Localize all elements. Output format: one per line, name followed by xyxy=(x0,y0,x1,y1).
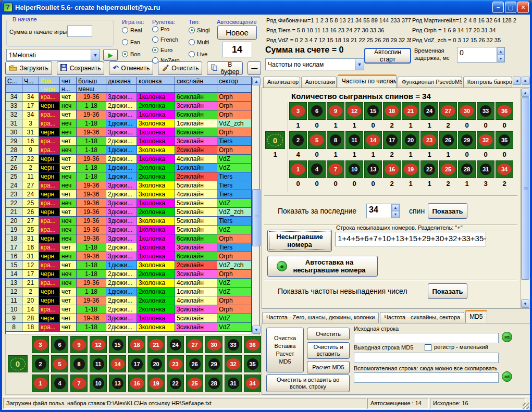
roulette-cell-26[interactable]: 26 xyxy=(439,131,457,149)
roulette-cell-1[interactable]: 1 xyxy=(289,160,307,178)
table-header-cell[interactable]: Ч... xyxy=(22,77,39,85)
table-cell[interactable]: черн xyxy=(39,296,60,305)
roulette-cell-10[interactable]: 10 xyxy=(90,374,107,392)
table-cell[interactable]: 1-18 xyxy=(77,119,106,128)
source-string-input[interactable] xyxy=(354,333,499,343)
tab-автоставки[interactable]: Автоставки xyxy=(301,77,337,88)
table-cell[interactable]: 32 xyxy=(6,110,22,119)
table-cell[interactable]: 3 xyxy=(22,119,39,128)
table-cell[interactable]: 21 xyxy=(6,208,22,217)
table-cell[interactable]: кра... xyxy=(39,181,60,190)
table-cell[interactable]: 3дюжи... xyxy=(106,128,137,137)
table-header-cell[interactable] xyxy=(175,85,217,93)
table-cell[interactable]: 2колонка xyxy=(137,270,175,279)
table-cell[interactable]: 4сиклайн xyxy=(175,190,217,199)
table-cell[interactable]: 1-18 xyxy=(77,146,106,155)
md5-copy-icon[interactable]: M5 xyxy=(502,371,512,382)
roulette-cell-35[interactable]: 35 xyxy=(496,131,513,149)
tab-scroll-right-icon[interactable]: ► xyxy=(522,77,530,85)
table-cell[interactable]: 1-18 xyxy=(77,243,106,252)
roulette-cell-36[interactable]: 36 xyxy=(244,336,261,353)
md5-run-icon[interactable]: M5 xyxy=(502,332,512,342)
toolbar-button-folder-open[interactable]: Загрузить xyxy=(5,61,52,75)
table-cell[interactable]: 22 xyxy=(6,199,22,208)
preset-combobox[interactable]: 1Melonati ▼ xyxy=(6,49,100,61)
table-scroll-thumb[interactable] xyxy=(252,189,261,246)
roulette-cell-24[interactable]: 24 xyxy=(167,336,184,353)
spin-down-icon[interactable]: ▼ xyxy=(392,211,399,218)
table-cell[interactable]: Orph xyxy=(217,102,252,110)
table-cell[interactable]: 17 xyxy=(22,270,39,279)
roulette-cell-2[interactable]: 2 xyxy=(32,355,49,372)
table-cell[interactable]: 2колонка xyxy=(137,208,175,217)
table-header-cell[interactable] xyxy=(106,85,137,93)
roulette-cell-20[interactable]: 20 xyxy=(147,355,165,372)
table-cell[interactable]: 18 xyxy=(6,234,22,243)
roulette-cell-32[interactable]: 32 xyxy=(477,131,494,149)
table-cell[interactable]: Orph xyxy=(217,296,252,305)
table-cell[interactable]: чет xyxy=(60,296,77,305)
table-cell[interactable]: 13 xyxy=(6,279,22,288)
table-cell[interactable]: Tiers xyxy=(217,217,252,226)
table-cell[interactable]: 1колонка xyxy=(137,234,175,243)
table-cell[interactable]: черн xyxy=(39,164,60,172)
table-cell[interactable]: 25 xyxy=(6,172,22,181)
table-cell[interactable]: 1-18 xyxy=(77,305,106,314)
table-cell[interactable]: 3дюжи... xyxy=(106,181,137,190)
table-header-cell[interactable] xyxy=(22,85,39,93)
tab-частоты-по-числам[interactable]: Частоты по числам xyxy=(338,74,397,88)
radio-option-french[interactable]: French xyxy=(152,36,178,43)
table-cell[interactable]: 3дюжи... xyxy=(106,217,137,226)
scroll-down-icon[interactable]: ▼ xyxy=(521,299,529,308)
clear-paste-calc-button[interactable]: Очистка Вставка Расчет MD5 xyxy=(266,328,304,372)
table-cell[interactable]: 19-36 xyxy=(77,128,106,137)
table-cell[interactable]: кра... xyxy=(39,243,60,252)
table-cell[interactable]: черн xyxy=(39,252,60,261)
new-button[interactable]: Новое xyxy=(217,26,257,40)
lowercase-checkbox[interactable] xyxy=(425,344,431,351)
table-cell[interactable]: 3дюжи... xyxy=(106,226,137,234)
roulette-cell-11[interactable]: 11 xyxy=(345,131,363,149)
toolbar-button-brush[interactable]: Очистить xyxy=(158,61,202,75)
table-cell[interactable]: 18 xyxy=(22,323,39,332)
tab-контроль-банкро[interactable]: Контроль банкро xyxy=(463,77,512,88)
table-cell[interactable]: VdZ xyxy=(217,279,252,288)
spin-up-icon[interactable]: ▲ xyxy=(392,204,399,211)
roulette-cell-35[interactable]: 35 xyxy=(244,355,261,372)
table-cell[interactable]: VdZ xyxy=(217,164,252,172)
table-cell[interactable]: 19-36 xyxy=(77,181,106,190)
table-cell[interactable]: чет xyxy=(60,137,77,146)
table-cell[interactable]: Orph xyxy=(217,252,252,261)
roulette-cell-4[interactable]: 4 xyxy=(308,160,326,178)
tab-функционал-psevdoms[interactable]: Функционал PsevdoMS xyxy=(398,77,462,88)
table-cell[interactable]: 3сиклайн xyxy=(175,270,217,279)
clear-button[interactable]: Очистить xyxy=(307,328,350,340)
tab-md5[interactable]: MD5 xyxy=(465,310,487,323)
table-cell[interactable]: 27 xyxy=(22,181,39,190)
table-cell[interactable]: 3дюжи... xyxy=(106,93,137,102)
roulette-cell-9[interactable]: 9 xyxy=(70,336,88,353)
table-cell[interactable]: 19-36 xyxy=(77,234,106,243)
table-cell[interactable]: кра... xyxy=(39,305,60,314)
close-button[interactable]: ✕ xyxy=(517,2,529,13)
roulette-cell-33[interactable]: 33 xyxy=(477,102,494,120)
table-cell[interactable]: 31 xyxy=(22,234,39,243)
roulette-cell-5[interactable]: 5 xyxy=(51,355,68,372)
table-header-cell[interactable]: чет xyxy=(60,77,77,85)
table-cell[interactable]: черн xyxy=(39,314,60,323)
table-cell[interactable]: черн xyxy=(39,234,60,243)
table-cell[interactable]: 24 xyxy=(22,190,39,199)
roulette-cell-31[interactable]: 31 xyxy=(477,160,494,178)
table-cell[interactable]: 6сиклайн xyxy=(175,252,217,261)
table-cell[interactable]: 1колонка xyxy=(137,155,175,164)
radio-option-real[interactable]: Real xyxy=(122,27,142,33)
radio-icon[interactable] xyxy=(152,47,158,53)
table-header-cell[interactable] xyxy=(217,85,252,93)
table-cell[interactable]: кра... xyxy=(39,119,60,128)
radio-option-pro[interactable]: Pro xyxy=(152,26,169,32)
table-cell[interactable]: 2 xyxy=(22,164,39,172)
table-cell[interactable]: 3колонка xyxy=(137,279,175,288)
clear-insert-button[interactable]: Очистить и вставить xyxy=(307,342,350,359)
roulette-cell-3[interactable]: 3 xyxy=(289,102,307,120)
table-cell[interactable]: 2колонка xyxy=(137,305,175,314)
